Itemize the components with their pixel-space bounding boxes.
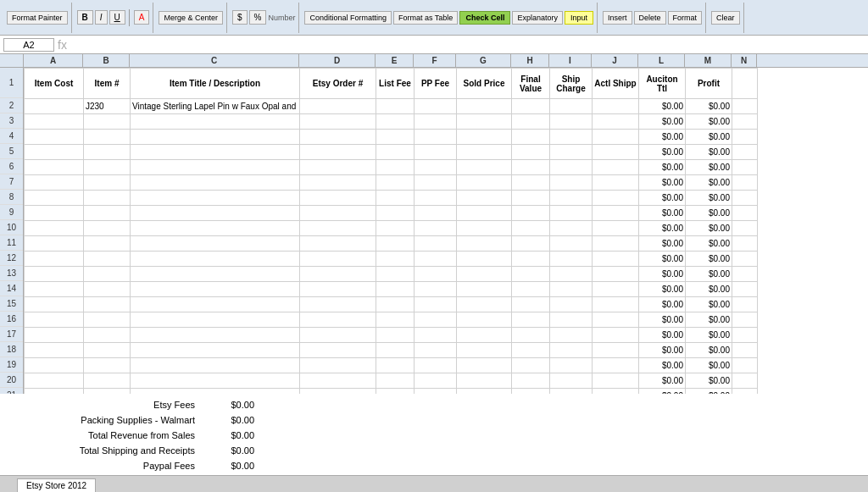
col-header-j[interactable]: J — [592, 54, 638, 67]
cell-10-h[interactable] — [512, 221, 550, 236]
cell-9-e[interactable] — [376, 206, 415, 221]
cell-12-h[interactable] — [512, 252, 550, 267]
col-header-i[interactable]: I — [549, 54, 592, 67]
cell-19-m[interactable]: $0.00 — [686, 358, 732, 373]
cell-16-d[interactable] — [300, 312, 376, 328]
cell-13-n[interactable] — [732, 267, 758, 282]
cell-14-g[interactable] — [457, 282, 512, 297]
cell-16-a[interactable] — [25, 312, 84, 328]
cell-19-c[interactable] — [131, 358, 300, 373]
cell-6-a[interactable] — [25, 160, 84, 175]
row-num-11[interactable]: 11 — [0, 235, 23, 251]
cell-18-a[interactable] — [25, 343, 84, 358]
cell-16-j[interactable] — [593, 312, 639, 328]
header-final-value[interactable]: Final Value — [512, 69, 550, 99]
cell-2-e[interactable] — [376, 99, 415, 114]
cell-12-l[interactable]: $0.00 — [639, 252, 686, 267]
cell-10-n[interactable] — [732, 221, 758, 236]
cell-12-m[interactable]: $0.00 — [686, 252, 732, 267]
cell-10-i[interactable] — [550, 221, 593, 236]
cell-9-g[interactable] — [457, 206, 512, 221]
cell-9-h[interactable] — [512, 206, 550, 221]
cell-2-f[interactable] — [415, 99, 457, 114]
cell-17-n[interactable] — [732, 328, 758, 343]
cell-17-g[interactable] — [457, 328, 512, 343]
conditional-formatting-button[interactable]: Conditional Formatting — [304, 11, 392, 25]
cell-3-f[interactable] — [415, 114, 457, 130]
cell-11-g[interactable] — [457, 236, 512, 252]
cell-5-e[interactable] — [376, 145, 415, 160]
cell-7-b[interactable] — [84, 175, 131, 191]
cell-20-c[interactable] — [131, 373, 300, 389]
cell-19-i[interactable] — [550, 358, 593, 373]
cell-18-g[interactable] — [457, 343, 512, 358]
cell-6-c[interactable] — [131, 160, 300, 175]
cell-13-m[interactable]: $0.00 — [686, 267, 732, 282]
cell-9-a[interactable] — [25, 206, 84, 221]
cell-2-j[interactable] — [593, 99, 639, 114]
cell-10-m[interactable]: $0.00 — [686, 221, 732, 236]
cell-16-i[interactable] — [550, 312, 593, 328]
cell-4-n[interactable] — [732, 130, 758, 145]
cell-4-d[interactable] — [300, 130, 376, 145]
cell-15-j[interactable] — [593, 297, 639, 312]
cell-17-b[interactable] — [84, 328, 131, 343]
header-item-num[interactable]: Item # — [84, 69, 131, 99]
row-num-20[interactable]: 20 — [0, 373, 23, 388]
cell-11-l[interactable]: $0.00 — [639, 236, 686, 252]
row-num-15[interactable]: 15 — [0, 296, 23, 312]
cell-9-j[interactable] — [593, 206, 639, 221]
cell-3-n[interactable] — [732, 114, 758, 130]
cell-7-c[interactable] — [131, 175, 300, 191]
header-actl-shipp[interactable]: Actl Shipp — [593, 69, 639, 99]
row-num-3[interactable]: 3 — [0, 113, 23, 129]
cell-11-c[interactable] — [131, 236, 300, 252]
col-header-m[interactable]: M — [685, 54, 732, 67]
cell-5-b[interactable] — [84, 145, 131, 160]
cell-11-m[interactable]: $0.00 — [686, 236, 732, 252]
merge-center-button[interactable]: Merge & Center — [159, 11, 223, 25]
italic-button[interactable]: I — [95, 10, 108, 25]
cell-9-b[interactable] — [84, 206, 131, 221]
underline-button[interactable]: U — [109, 10, 125, 25]
cell-14-f[interactable] — [415, 282, 457, 297]
cell-20-f[interactable] — [415, 373, 457, 389]
cell-11-n[interactable] — [732, 236, 758, 252]
cell-9-l[interactable]: $0.00 — [639, 206, 686, 221]
insert-button[interactable]: Insert — [603, 11, 632, 25]
cell-2-g[interactable] — [457, 99, 512, 114]
cell-8-n[interactable] — [732, 191, 758, 206]
cell-8-e[interactable] — [376, 191, 415, 206]
cell-8-m[interactable]: $0.00 — [686, 191, 732, 206]
col-header-d[interactable]: D — [299, 54, 376, 67]
cell-14-j[interactable] — [593, 282, 639, 297]
cell-10-c[interactable] — [131, 221, 300, 236]
cell-13-f[interactable] — [415, 267, 457, 282]
cell-3-d[interactable] — [300, 114, 376, 130]
header-item-cost[interactable]: Item Cost — [25, 69, 84, 99]
cell-8-f[interactable] — [415, 191, 457, 206]
cell-16-m[interactable]: $0.00 — [686, 312, 732, 328]
cell-7-e[interactable] — [376, 175, 415, 191]
col-header-e[interactable]: E — [376, 54, 414, 67]
cell-12-g[interactable] — [457, 252, 512, 267]
col-header-n[interactable]: N — [732, 54, 757, 67]
cell-4-f[interactable] — [415, 130, 457, 145]
cell-3-a[interactable] — [25, 114, 84, 130]
cell-16-f[interactable] — [415, 312, 457, 328]
cell-17-e[interactable] — [376, 328, 415, 343]
cell-6-g[interactable] — [457, 160, 512, 175]
cell-4-h[interactable] — [512, 130, 550, 145]
cell-18-m[interactable]: $0.00 — [686, 343, 732, 358]
format-as-table-button[interactable]: Format as Table — [393, 11, 458, 25]
cell-19-l[interactable]: $0.00 — [639, 358, 686, 373]
cell-11-b[interactable] — [84, 236, 131, 252]
cell-3-h[interactable] — [512, 114, 550, 130]
cell-12-f[interactable] — [415, 252, 457, 267]
cell-18-i[interactable] — [550, 343, 593, 358]
cell-3-j[interactable] — [593, 114, 639, 130]
cell-13-j[interactable] — [593, 267, 639, 282]
cell-6-i[interactable] — [550, 160, 593, 175]
cell-5-f[interactable] — [415, 145, 457, 160]
row-num-8[interactable]: 8 — [0, 190, 23, 205]
